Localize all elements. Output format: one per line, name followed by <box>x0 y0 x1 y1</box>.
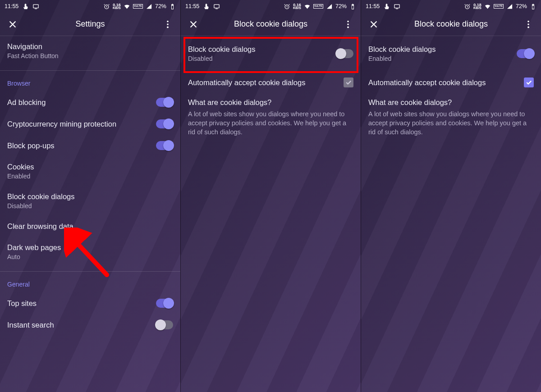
volte-icon: VoLTE <box>494 4 504 8</box>
section-general: General <box>0 272 180 292</box>
svg-point-16 <box>527 23 529 25</box>
setting-auto-accept-cookies[interactable]: Automatically accept cookie dialogs <box>361 71 541 94</box>
settings-item-ad-blocking[interactable]: Ad blocking <box>0 91 180 113</box>
pane-block-cookie-disabled: 11:55 0.16KB/S VoLTE 72% Block cookie di… <box>180 0 361 392</box>
svg-point-11 <box>347 26 349 28</box>
toggle-crypto[interactable] <box>156 119 173 128</box>
section-browser: Browser <box>0 71 180 91</box>
item-sublabel: Disabled <box>188 55 327 62</box>
page-title: Settings <box>23 19 158 29</box>
alarm-icon <box>103 3 110 10</box>
settings-item-navigation[interactable]: Navigation Fast Action Button <box>0 36 180 66</box>
item-label: Ad blocking <box>7 98 147 107</box>
svg-rect-12 <box>394 5 399 8</box>
app-header: Block cookie dialogs <box>361 13 541 36</box>
item-sublabel: Fast Action Button <box>7 52 173 59</box>
checkbox-auto-accept[interactable] <box>524 77 534 87</box>
settings-item-clear-browsing-data[interactable]: Clear browsing data <box>0 216 180 237</box>
checkbox-auto-accept[interactable] <box>344 77 353 87</box>
item-label: Top sites <box>7 299 147 308</box>
setting-auto-accept-cookies[interactable]: Automatically accept cookie dialogs <box>181 71 361 94</box>
alarm-icon <box>284 3 290 10</box>
data-speed: 0.16KB/S <box>293 4 301 9</box>
setting-block-cookie-dialogs[interactable]: Block cookie dialogs Enabled <box>361 36 541 71</box>
volte-icon: VoLTE <box>313 4 323 8</box>
settings-item-instant-search[interactable]: Instant search <box>0 314 180 331</box>
item-sublabel: Disabled <box>7 202 173 210</box>
touch-icon <box>22 3 29 10</box>
close-icon[interactable] <box>364 14 384 34</box>
status-time: 11:55 <box>5 3 18 9</box>
settings-item-top-sites[interactable]: Top sites <box>0 292 180 314</box>
item-label: Automatically accept cookie dialogs <box>188 78 327 87</box>
svg-point-4 <box>167 23 169 25</box>
info-block: What are cookie dialogs? A lot of web si… <box>361 94 541 144</box>
settings-item-block-popups[interactable]: Block pop-ups <box>0 135 180 156</box>
app-header: Settings <box>0 13 180 36</box>
battery-percent: 72% <box>155 3 166 9</box>
item-label: Cryptocurrency mining protection <box>7 120 147 128</box>
close-icon[interactable] <box>3 14 23 34</box>
setting-block-cookie-dialogs[interactable]: Block cookie dialogs Disabled <box>181 36 361 71</box>
data-speed: 0.18KB/S <box>473 4 481 9</box>
svg-rect-2 <box>172 5 173 9</box>
wifi-icon <box>484 3 491 10</box>
data-speed: 0.16KB/S <box>113 4 121 9</box>
signal-icon <box>506 3 513 10</box>
svg-rect-0 <box>33 5 38 8</box>
svg-point-5 <box>167 26 169 28</box>
item-label: Navigation <box>7 42 173 51</box>
battery-icon <box>349 3 356 10</box>
svg-rect-8 <box>352 5 353 9</box>
volte-icon: VoLTE <box>133 4 143 8</box>
cast-icon <box>32 3 39 10</box>
settings-item-dark-web-pages[interactable]: Dark web pages Auto <box>0 237 180 267</box>
status-bar: 11:55 0.16KB/S VoLTE 72% <box>0 0 180 13</box>
toggle-top-sites[interactable] <box>156 299 173 308</box>
svg-point-3 <box>167 20 169 22</box>
status-bar: 11:55 0.18KB/S VoLTE 72% <box>361 0 541 13</box>
close-icon[interactable] <box>183 14 203 34</box>
overflow-menu-icon[interactable] <box>338 14 358 34</box>
pane-block-cookie-enabled: 11:55 0.18KB/S VoLTE 72% Block cookie di… <box>361 0 541 392</box>
overflow-menu-icon[interactable] <box>518 14 538 34</box>
toggle-block-cookie-dialogs[interactable] <box>517 49 534 58</box>
overflow-menu-icon[interactable] <box>158 14 178 34</box>
svg-rect-6 <box>214 5 219 8</box>
svg-rect-14 <box>532 5 534 9</box>
cast-icon <box>394 3 400 10</box>
settings-item-block-cookie-dialogs[interactable]: Block cookie dialogs Disabled <box>0 186 180 216</box>
status-bar: 11:55 0.16KB/S VoLTE 72% <box>181 0 361 13</box>
wifi-icon <box>124 3 130 10</box>
touch-icon <box>203 3 210 10</box>
settings-item-crypto-protection[interactable]: Cryptocurrency mining protection <box>0 113 180 135</box>
item-label: Block cookie dialogs <box>7 192 173 201</box>
signal-icon <box>146 3 152 10</box>
signal-icon <box>326 3 333 10</box>
toggle-popups[interactable] <box>156 141 173 150</box>
info-title: What are cookie dialogs? <box>368 98 534 107</box>
item-sublabel: Auto <box>7 253 173 260</box>
toggle-block-cookie-dialogs[interactable] <box>336 49 353 58</box>
pane-settings: 11:55 0.16KB/S VoLTE 72% Settings <box>0 0 180 392</box>
item-sublabel: Enabled <box>7 173 173 180</box>
page-title: Block cookie dialogs <box>384 19 518 29</box>
toggle-ad-blocking[interactable] <box>156 98 173 107</box>
battery-icon <box>530 3 536 10</box>
item-label: Automatically accept cookie dialogs <box>368 78 508 87</box>
status-time: 11:55 <box>366 3 380 9</box>
item-label: Block cookie dialogs <box>188 45 327 54</box>
battery-percent: 72% <box>335 3 347 9</box>
settings-item-cookies[interactable]: Cookies Enabled <box>0 156 180 186</box>
cast-icon <box>213 3 220 10</box>
info-desc: A lot of web sites show you dialogs wher… <box>368 109 534 137</box>
svg-point-10 <box>347 23 349 25</box>
item-label: Block cookie dialogs <box>368 45 508 54</box>
item-sublabel: Enabled <box>368 55 508 62</box>
svg-point-15 <box>527 20 529 22</box>
info-block: What are cookie dialogs? A lot of web si… <box>181 94 361 144</box>
battery-percent: 72% <box>516 3 527 9</box>
item-label: Dark web pages <box>7 243 173 252</box>
toggle-instant-search[interactable] <box>156 320 173 329</box>
alarm-icon <box>464 3 471 10</box>
